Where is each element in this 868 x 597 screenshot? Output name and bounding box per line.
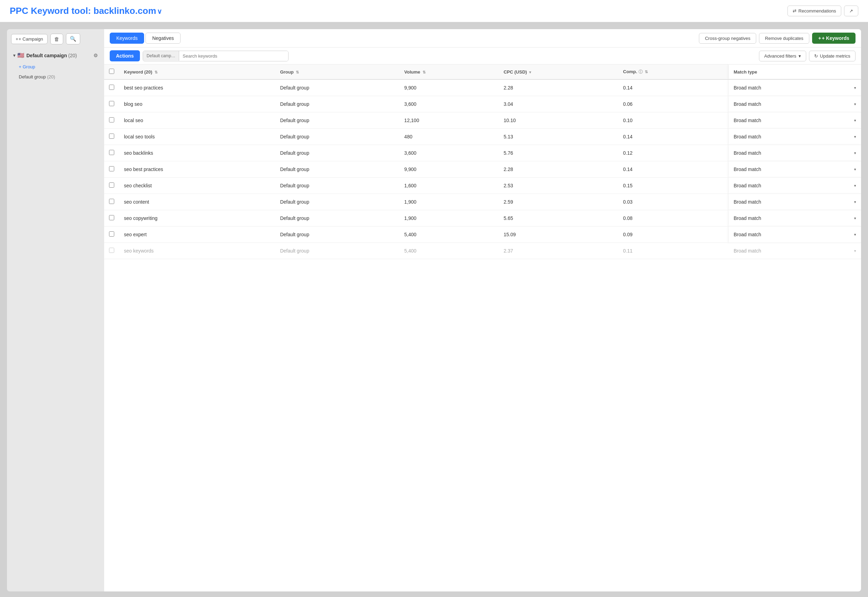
app-header: PPC Keyword tool: backlinko.com∨ ⇄ Recom… [0,0,868,22]
search-keywords-input[interactable] [179,51,288,61]
row-match-type[interactable]: Broad match ▾ [729,161,861,178]
select-all-checkbox[interactable] [109,69,114,74]
match-type-chevron-icon: ▾ [854,86,856,90]
row-match-type[interactable]: Broad match ▾ [729,243,861,259]
export-icon: ↗ [849,8,853,13]
row-checkbox[interactable] [109,166,114,171]
row-checkbox[interactable] [109,215,114,220]
row-checkbox-cell [104,112,119,129]
header-keyword[interactable]: Keyword (20) ⇅ [119,64,275,79]
header-cpc[interactable]: CPC (USD) ▾ [499,64,618,79]
add-keywords-button[interactable]: + + Keywords [812,33,856,44]
row-match-type[interactable]: Broad match ▾ [729,210,861,227]
table-row: seo keywords Default group 5,400 2.37 0.… [104,243,861,259]
row-group: Default group [275,145,400,161]
row-group: Default group [275,227,400,243]
sort-icon: ▾ [529,70,531,74]
row-volume: 480 [399,129,499,145]
sort-icon: ⇅ [645,70,648,74]
row-checkbox[interactable] [109,183,114,188]
match-type-chevron-icon: ▾ [854,151,856,155]
row-group: Default group [275,79,400,96]
row-comp: 0.12 [618,145,729,161]
sidebar-toolbar: + + Campaign 🗑 🔍 [11,33,100,45]
keywords-table: Keyword (20) ⇅ Group ⇅ Volume ⇅ CPC (U [104,64,861,259]
row-cpc: 5.65 [499,210,618,227]
row-volume: 9,900 [399,79,499,96]
search-button[interactable]: 🔍 [66,33,80,45]
header-match-type: Match type [729,64,861,79]
row-keyword: seo backlinks [119,145,275,161]
row-checkbox[interactable] [109,85,114,90]
row-checkbox[interactable] [109,248,114,253]
campaign-item[interactable]: ▾ 🇺🇸 Default campaign (20) ⚙ [11,49,100,61]
row-match-type[interactable]: Broad match ▾ [729,79,861,96]
row-cpc: 2.59 [499,194,618,210]
row-checkbox-cell [104,210,119,227]
row-cpc: 2.53 [499,178,618,194]
header-comp[interactable]: Comp. ⓘ ⇅ [618,64,729,79]
add-campaign-button[interactable]: + + Campaign [11,34,48,44]
row-comp: 0.09 [618,227,729,243]
recommendations-button[interactable]: ⇄ Recommendations [788,6,841,16]
row-match-type[interactable]: Broad match ▾ [729,227,861,243]
row-checkbox[interactable] [109,232,114,236]
table-row: seo copywriting Default group 1,900 5.65… [104,210,861,227]
row-keyword: local seo tools [119,129,275,145]
row-volume: 9,900 [399,161,499,178]
main-content: + + Campaign 🗑 🔍 ▾ 🇺🇸 Default campaign (… [0,22,868,591]
row-group: Default group [275,96,400,112]
update-metrics-button[interactable]: ↻ Update metrics [809,50,856,61]
row-checkbox-cell [104,129,119,145]
actions-button[interactable]: Actions [110,50,140,61]
row-match-type[interactable]: Broad match ▾ [729,145,861,161]
cross-group-negatives-button[interactable]: Cross-group negatives [699,33,756,44]
header-group[interactable]: Group ⇅ [275,64,400,79]
row-volume: 5,400 [399,227,499,243]
row-keyword: seo checklist [119,178,275,194]
row-cpc: 10.10 [499,112,618,129]
export-button[interactable]: ↗ [844,6,858,16]
domain-chevron[interactable]: ∨ [157,7,162,15]
row-comp: 0.06 [618,96,729,112]
row-match-type[interactable]: Broad match ▾ [729,194,861,210]
row-volume: 5,400 [399,243,499,259]
row-checkbox[interactable] [109,150,114,155]
info-icon[interactable]: ⓘ [639,69,643,74]
delete-button[interactable]: 🗑 [51,34,63,45]
match-type-chevron-icon: ▾ [854,167,856,172]
row-keyword: seo copywriting [119,210,275,227]
tab-keywords[interactable]: Keywords [110,33,144,44]
row-match-type[interactable]: Broad match ▾ [729,112,861,129]
row-volume: 3,600 [399,96,499,112]
row-checkbox-cell [104,96,119,112]
row-comp: 0.08 [618,210,729,227]
group-item[interactable]: Default group (20) [11,72,100,82]
table-area: Keywords Negatives Cross-group negatives… [104,29,861,591]
remove-duplicates-button[interactable]: Remove duplicates [759,33,809,44]
row-checkbox[interactable] [109,117,114,122]
row-group: Default group [275,194,400,210]
app-title: PPC Keyword tool: backlinko.com∨ [10,6,162,16]
gear-icon[interactable]: ⚙ [94,53,98,58]
header-volume[interactable]: Volume ⇅ [399,64,499,79]
domain-link[interactable]: backlinko.com [94,6,156,16]
row-match-type[interactable]: Broad match ▾ [729,96,861,112]
row-volume: 1,600 [399,178,499,194]
add-group-button[interactable]: + Group [11,61,100,72]
match-type-chevron-icon: ▾ [854,232,856,237]
tab-negatives[interactable]: Negatives [146,33,180,44]
header-checkbox-cell [104,64,119,79]
tabs-left: Keywords Negatives [110,33,180,44]
match-type-chevron-icon: ▾ [854,200,856,204]
row-match-type[interactable]: Broad match ▾ [729,178,861,194]
row-match-type[interactable]: Broad match ▾ [729,129,861,145]
table-row: seo backlinks Default group 3,600 5.76 0… [104,145,861,161]
row-checkbox[interactable] [109,199,114,204]
advanced-filters-button[interactable]: Advanced filters ▾ [759,50,806,61]
row-checkbox-cell [104,145,119,161]
row-checkbox[interactable] [109,134,114,139]
table-row: blog seo Default group 3,600 3.04 0.06 B… [104,96,861,112]
row-comp: 0.14 [618,79,729,96]
row-checkbox[interactable] [109,101,114,106]
